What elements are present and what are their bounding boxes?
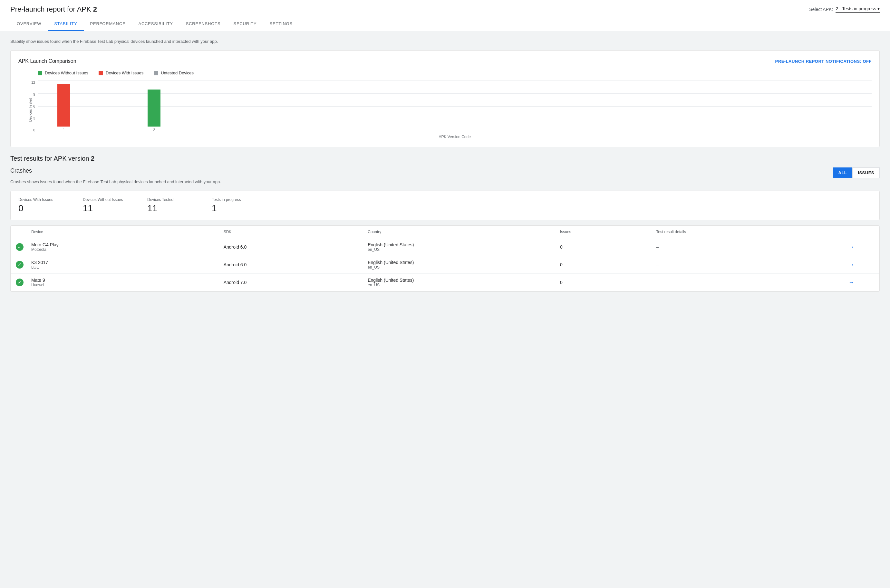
chart-title: APK Launch Comparison (18, 58, 77, 64)
country-locale-2: en_US (368, 283, 560, 287)
row-country-0: English (United States) en_US (368, 242, 560, 252)
country-name-0: English (United States) (368, 242, 560, 247)
crashes-section: Crashes ALL ISSUES Crashes shows issues … (10, 168, 880, 292)
y-label-3: 3 (33, 116, 35, 120)
col-header-issues: Issues (560, 230, 656, 234)
row-device-0: Moto G4 Play Motorola (31, 242, 224, 252)
row-device-1: K3 2017 LGE (31, 260, 224, 270)
device-manufacturer-0: Motorola (31, 247, 224, 252)
bar-label-2: 2 (153, 128, 155, 132)
notification-link[interactable]: PRE-LAUNCH REPORT NOTIFICATIONS: OFF (775, 59, 872, 64)
tab-accessibility[interactable]: ACCESSIBILITY (132, 17, 179, 31)
stat-value-1: 11 (83, 203, 128, 213)
chevron-down-icon: ▾ (878, 6, 880, 11)
legend-item-untested: Untested Devices (154, 70, 194, 75)
y-label-0: 0 (33, 128, 35, 132)
select-apk-label: Select APK: (809, 7, 833, 12)
stat-label-3: Tests in progress (212, 197, 257, 202)
test-results-title: Test results for APK version 2 (10, 155, 880, 162)
y-label-9: 9 (33, 92, 35, 96)
tab-nav: OVERVIEW STABILITY PERFORMANCE ACCESSIBI… (10, 17, 880, 31)
device-name-0: Moto G4 Play (31, 242, 224, 247)
stats-row: Devices With Issues 0 Devices Without Is… (10, 190, 880, 220)
tab-overview[interactable]: OVERVIEW (10, 17, 48, 31)
select-apk-dropdown[interactable]: 2 - Tests in progress ▾ (836, 6, 880, 12)
row-issues-2: 0 (560, 280, 656, 285)
filter-buttons: ALL ISSUES (833, 168, 880, 178)
select-apk-value: 2 - Tests in progress (836, 6, 876, 11)
col-header-details: Test result details (656, 230, 848, 234)
filter-all-button[interactable]: ALL (833, 168, 852, 178)
main-content: Stability show issues found when the Fir… (0, 31, 890, 300)
filter-issues-button[interactable]: ISSUES (852, 168, 880, 178)
row-status-icon-1: ✓ (16, 261, 31, 268)
y-label-12: 12 (31, 81, 35, 84)
x-axis-label: APK Version Code (38, 135, 872, 139)
row-details-2: – (656, 280, 848, 285)
chart-legend: Devices Without Issues Devices With Issu… (38, 70, 872, 75)
device-name-2: Mate 9 (31, 278, 224, 283)
bar-label-1: 1 (63, 128, 65, 132)
crashes-title: Crashes (10, 168, 32, 174)
row-issues-0: 0 (560, 244, 656, 249)
col-header-arrow (848, 230, 874, 234)
row-sdk-0: Android 6.0 (224, 244, 368, 249)
row-details-0: – (656, 244, 848, 249)
device-manufacturer-2: Huawei (31, 283, 224, 287)
row-sdk-2: Android 7.0 (224, 280, 368, 285)
table-header: Device SDK Country Issues Test result de… (11, 226, 879, 238)
y-label-6: 6 (33, 104, 35, 108)
stability-description: Stability show issues found when the Fir… (10, 39, 880, 44)
tab-security[interactable]: SECURITY (227, 17, 263, 31)
bar-1-red (57, 84, 70, 126)
country-locale-0: en_US (368, 247, 560, 252)
row-details-1: – (656, 262, 848, 267)
pass-icon-1: ✓ (16, 261, 24, 268)
top-bar: Pre-launch report for APK 2 Select APK: … (0, 0, 890, 31)
device-name-1: K3 2017 (31, 260, 224, 265)
legend-item-with-issues: Devices With Issues (99, 70, 143, 75)
stat-label-1: Devices Without Issues (83, 197, 128, 202)
bar-group-2: 2 (147, 90, 161, 132)
row-arrow-1[interactable]: → (848, 261, 874, 268)
pass-icon-0: ✓ (16, 243, 24, 251)
crashes-description: Crashes shows issues found when the Fire… (10, 179, 880, 184)
stat-value-2: 11 (147, 203, 192, 213)
select-apk-container: Select APK: 2 - Tests in progress ▾ (809, 6, 880, 12)
apk-launch-comparison-card: APK Launch Comparison PRE-LAUNCH REPORT … (10, 50, 880, 147)
table-row: ✓ Mate 9 Huawei Android 7.0 English (Uni… (11, 274, 879, 291)
stat-devices-tested: Devices Tested 11 (147, 197, 192, 213)
tab-stability[interactable]: STABILITY (48, 17, 83, 31)
legend-item-without-issues: Devices Without Issues (38, 70, 88, 75)
row-status-icon-2: ✓ (16, 279, 31, 286)
stat-devices-without-issues: Devices Without Issues 11 (83, 197, 128, 213)
grid-line-12 (38, 81, 872, 81)
country-locale-1: en_US (368, 265, 560, 270)
row-sdk-1: Android 6.0 (224, 262, 368, 267)
col-header-sdk: SDK (224, 230, 368, 234)
table-row: ✓ Moto G4 Play Motorola Android 6.0 Engl… (11, 238, 879, 256)
y-axis-label: Devices Tested (29, 98, 32, 122)
tab-settings[interactable]: SETTINGS (263, 17, 299, 31)
tab-performance[interactable]: PERFORMANCE (84, 17, 132, 31)
row-arrow-2[interactable]: → (848, 279, 874, 286)
col-header-country: Country (368, 230, 560, 234)
col-header-icon (16, 230, 31, 234)
stat-value-0: 0 (18, 203, 63, 213)
legend-color-red (99, 71, 103, 75)
tab-screenshots[interactable]: SCREENSHOTS (179, 17, 227, 31)
stat-tests-in-progress: Tests in progress 1 (212, 197, 257, 213)
chart-grid: 1 2 (38, 81, 872, 132)
country-name-2: English (United States) (368, 278, 560, 283)
row-country-1: English (United States) en_US (368, 260, 560, 270)
legend-color-green (38, 71, 42, 75)
stat-devices-with-issues: Devices With Issues 0 (18, 197, 63, 213)
device-manufacturer-1: LGE (31, 265, 224, 270)
legend-color-gray (154, 71, 158, 75)
table-row: ✓ K3 2017 LGE Android 6.0 English (Unite… (11, 256, 879, 274)
pass-icon-2: ✓ (16, 279, 24, 286)
row-arrow-0[interactable]: → (848, 244, 874, 250)
row-device-2: Mate 9 Huawei (31, 278, 224, 287)
col-header-device: Device (31, 230, 224, 234)
country-name-1: English (United States) (368, 260, 560, 265)
